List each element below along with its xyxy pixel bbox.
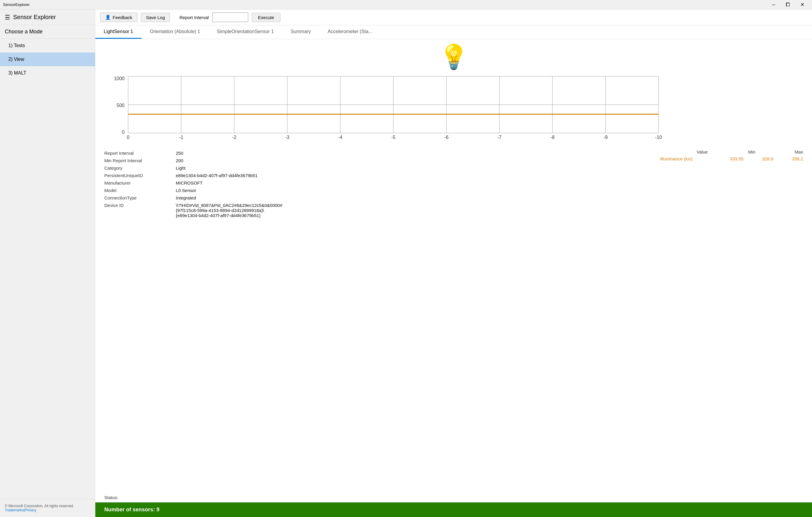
info-row-min-report: Min Report Interval 200 — [104, 157, 642, 164]
report-interval-label: Report Interval — [179, 15, 209, 20]
svg-text:-9: -9 — [603, 135, 608, 140]
device-id-line2: {97f115c8-599a-4153-8894-d2d12899918a}\ — [176, 208, 264, 213]
svg-text:0: 0 — [127, 135, 129, 140]
readings-section: Value Min Max Illuminance (lux) 333.55 3… — [660, 149, 803, 219]
info-table: Report Interval 250 Min Report Interval … — [104, 149, 642, 219]
hamburger-icon[interactable]: ☰ — [5, 14, 10, 20]
feedback-label: Feedback — [113, 15, 132, 20]
report-interval-field-label: Report Interval — [104, 151, 176, 156]
device-id-line1: \\?\HID#Vid_8087&Pid_0AC2#6&29ec12c5&0&0… — [176, 203, 283, 208]
device-id-value: \\?\HID#Vid_8087&Pid_0AC2#6&29ec12c5&0&0… — [176, 203, 283, 218]
report-interval-field-value: 250 — [176, 151, 183, 156]
category-value: Light — [176, 165, 186, 170]
device-id-line3: {e89e1304-b4d2-407f-af97-dd4fe3679b51} — [176, 213, 260, 218]
tab-simple-orientation[interactable]: SimpleOrientationSensor 1 — [209, 25, 282, 39]
min-report-interval-label: Min Report Interval — [104, 158, 176, 163]
sidebar-item-view[interactable]: 2) View — [0, 52, 95, 66]
lightbulb-icon: 💡 — [439, 45, 469, 69]
save-log-label: Save Log — [146, 15, 165, 20]
privacy-link[interactable]: Privacy — [25, 508, 36, 512]
info-row-device-id: Device ID \\?\HID#Vid_8087&Pid_0AC2#6&29… — [104, 201, 642, 219]
svg-text:-8: -8 — [550, 135, 555, 140]
min-col-header: Min — [726, 149, 755, 155]
main-layout: ☰ Sensor Explorer Choose a Mode 1) Tests… — [0, 9, 812, 517]
svg-text:-1: -1 — [179, 135, 183, 140]
tab-lightsensor1[interactable]: LightSensor 1 — [95, 25, 142, 39]
sidebar: ☰ Sensor Explorer Choose a Mode 1) Tests… — [0, 9, 95, 517]
status-area: Status: — [95, 493, 812, 502]
svg-text:-3: -3 — [285, 135, 289, 140]
close-button[interactable]: ✕ — [795, 0, 809, 9]
svg-text:-4: -4 — [338, 135, 342, 140]
illuminance-label: Illuminance (lux) — [660, 156, 714, 161]
category-label: Category — [104, 165, 176, 170]
maximize-button[interactable]: ⧠ — [781, 0, 795, 9]
execute-label: Execute — [258, 15, 274, 20]
illuminance-max: 336.2 — [773, 156, 803, 161]
toolbar: 👤 Feedback Save Log Report Interval Exec… — [95, 9, 812, 25]
readings-header: Value Min Max — [660, 149, 803, 155]
manufacturer-value: MICROSOFT — [176, 181, 203, 186]
connection-type-label: ConnectionType — [104, 195, 176, 200]
execute-button[interactable]: Execute — [252, 13, 281, 22]
svg-text:-7: -7 — [497, 135, 501, 140]
sidebar-footer: © Microsoft Corporation. All rights rese… — [0, 499, 95, 517]
illuminance-reading-row: Illuminance (lux) 333.55 328.9 336.2 — [660, 156, 803, 161]
svg-text:-6: -6 — [444, 135, 448, 140]
sensor-count: Number of sensors: 9 — [104, 507, 160, 513]
titlebar-controls: ─ ⧠ ✕ — [767, 0, 809, 9]
info-row-model: Model L0 Sensor — [104, 187, 642, 194]
sidebar-item-malt[interactable]: 3) MALT — [0, 66, 95, 80]
illuminance-min: 328.9 — [744, 156, 773, 161]
info-row-manufacturer: Manufacturer MICROSOFT — [104, 179, 642, 187]
svg-text:0: 0 — [122, 130, 124, 135]
titlebar-left: SensorExplorer — [3, 2, 30, 7]
info-row-uid: PersistentUniqueID e89e1304-b4d2-407f-af… — [104, 172, 642, 179]
app-title: SensorExplorer — [3, 2, 30, 7]
info-row-report-interval: Report Interval 250 — [104, 149, 642, 157]
model-value: L0 Sensor — [176, 188, 196, 193]
value-col-header: Value — [678, 149, 708, 155]
svg-text:500: 500 — [117, 103, 124, 108]
choose-mode-label: Choose a Mode — [0, 25, 95, 39]
svg-text:-10: -10 — [655, 135, 662, 140]
persistent-uid-value: e89e1304-b4d2-407f-af97-dd4fe3679b51 — [176, 173, 257, 178]
persistent-uid-label: PersistentUniqueID — [104, 173, 176, 178]
chart-svg: 1000 500 0 — [104, 75, 670, 140]
info-row-connection: ConnectionType Integrated — [104, 194, 642, 201]
tabs: LightSensor 1 Orientation (Absolute) 1 S… — [95, 25, 812, 39]
sidebar-header: ☰ Sensor Explorer — [0, 9, 95, 25]
chart-area: 1000 500 0 — [104, 75, 803, 140]
bulb-container: 💡 — [104, 45, 803, 69]
titlebar: SensorExplorer ─ ⧠ ✕ — [0, 0, 812, 9]
feedback-button[interactable]: 👤 Feedback — [100, 12, 137, 22]
footer-links: Trademarks | Privacy — [5, 508, 90, 512]
svg-text:1000: 1000 — [114, 76, 124, 81]
sensor-content: 💡 1000 500 0 — [95, 39, 812, 493]
manufacturer-label: Manufacturer — [104, 181, 176, 186]
copyright-text: © Microsoft Corporation. All rights rese… — [5, 504, 90, 508]
sidebar-app-name: Sensor Explorer — [13, 14, 56, 21]
report-interval-input[interactable] — [212, 12, 248, 22]
trademarks-link[interactable]: Trademarks — [5, 508, 24, 512]
content-area: 👤 Feedback Save Log Report Interval Exec… — [95, 9, 812, 517]
tab-accelerometer[interactable]: Accelerometer (Sta... — [319, 25, 380, 39]
model-label: Model — [104, 188, 176, 193]
device-id-label: Device ID — [104, 203, 176, 218]
min-report-interval-value: 200 — [176, 158, 183, 163]
status-bar: Number of sensors: 9 — [95, 502, 812, 517]
status-label: Status: — [104, 495, 118, 500]
feedback-person-icon: 👤 — [105, 15, 111, 20]
connection-type-value: Integrated — [176, 195, 196, 200]
svg-text:-5: -5 — [391, 135, 396, 140]
illuminance-value: 333.55 — [714, 156, 744, 161]
save-log-button[interactable]: Save Log — [141, 13, 170, 22]
info-section: Report Interval 250 Min Report Interval … — [104, 149, 803, 219]
tab-orientation[interactable]: Orientation (Absolute) 1 — [142, 25, 209, 39]
sidebar-item-tests[interactable]: 1) Tests — [0, 39, 95, 52]
minimize-button[interactable]: ─ — [767, 0, 780, 9]
tab-summary[interactable]: Summary — [282, 25, 319, 39]
max-col-header: Max — [773, 149, 803, 155]
info-row-category: Category Light — [104, 164, 642, 172]
svg-text:-2: -2 — [232, 135, 236, 140]
